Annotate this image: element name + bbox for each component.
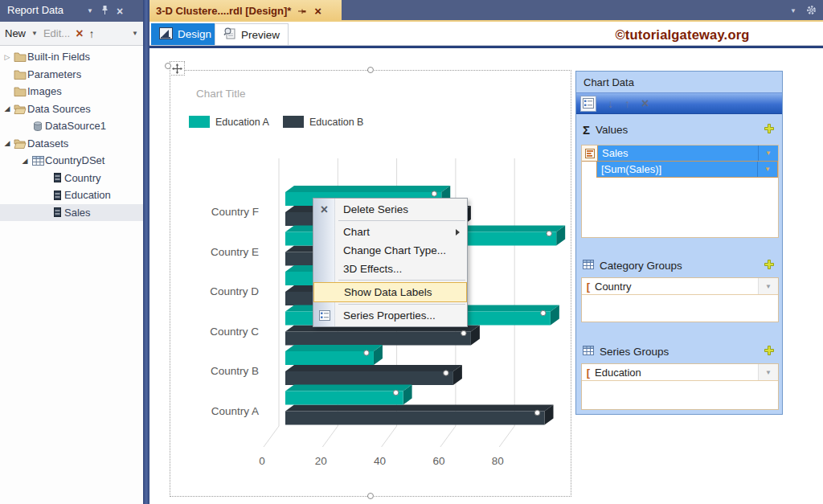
tree-item-label: Datasets <box>27 137 68 150</box>
tab-pin-icon[interactable] <box>297 4 308 18</box>
series-selection-dot <box>534 410 539 415</box>
add-category-group-icon[interactable] <box>764 259 775 272</box>
tree-item-sales[interactable]: Sales <box>0 204 143 222</box>
panel-menu-chevron-icon[interactable]: ▼ <box>87 8 93 14</box>
menu-separator <box>338 280 465 281</box>
bar-education-b-country-c[interactable] <box>285 332 471 346</box>
x-axis-tick-label: 40 <box>374 455 386 467</box>
axis-tick <box>382 426 397 447</box>
move-up-icon[interactable]: ↑ <box>89 27 95 40</box>
chevron-down-icon[interactable]: ▼ <box>758 364 778 380</box>
bar-education-b-country-b-top <box>285 365 462 371</box>
y-axis-category-label: Country A <box>211 405 259 417</box>
value-row-sales[interactable]: Sales ▼ <box>582 145 778 162</box>
menu-item-delete-series[interactable]: × Delete Series <box>313 200 467 219</box>
new-dropdown-chevron-icon[interactable]: ▼ <box>31 30 38 37</box>
expander-expanded-icon[interactable]: ◢ <box>2 104 13 113</box>
chevron-down-icon[interactable]: ▼ <box>757 162 777 177</box>
delete-icon[interactable]: × <box>76 27 83 40</box>
tree-item-datasets[interactable]: ◢ Datasets <box>0 135 143 153</box>
preview-icon <box>223 27 236 42</box>
chevron-down-icon[interactable]: ▼ <box>758 278 778 294</box>
group-bracket-icon: [ <box>582 364 595 380</box>
series-groups-label: Series Groups <box>600 346 669 358</box>
legend-label[interactable]: Education B <box>309 117 363 128</box>
panel-splitter[interactable] <box>143 0 149 504</box>
resize-handle-top-center[interactable] <box>367 67 374 73</box>
axis-tick <box>499 426 514 447</box>
tree-item-data-sources[interactable]: ◢ Data Sources <box>0 100 143 118</box>
legend-swatch[interactable] <box>283 116 304 128</box>
y-axis-category-label: Country E <box>211 246 259 258</box>
pin-icon[interactable] <box>101 4 109 18</box>
report-data-toolbar: New ▼ Edit... × ↑ ▼ <box>0 22 143 46</box>
tree-item-images[interactable]: Images <box>0 83 143 100</box>
tree-item-countrydset[interactable]: ◢ CountryDSet <box>0 152 143 170</box>
chart-title[interactable]: Chart Title <box>196 88 246 100</box>
toolbar-overflow-chevron-icon[interactable]: ▼ <box>132 30 138 37</box>
y-axis-category-label: Country C <box>210 326 259 338</box>
tree-item-datasource1[interactable]: DataSource1 <box>0 117 143 135</box>
tree-item-education[interactable]: Education <box>0 186 143 204</box>
delete-icon: × <box>313 200 335 219</box>
series-selection-dot <box>547 231 551 236</box>
menu-separator <box>338 304 465 305</box>
add-value-icon[interactable] <box>764 123 775 137</box>
submenu-arrow-icon <box>456 229 460 236</box>
menu-item-series-properties[interactable]: Series Properties... <box>313 306 467 325</box>
tree-item-country[interactable]: Country <box>0 170 143 187</box>
tree-item-label: Parameters <box>27 68 81 80</box>
gear-icon[interactable] <box>806 4 817 18</box>
resize-handle-top-left[interactable] <box>165 63 171 69</box>
tree-item-built-in-fields[interactable]: ▷ Built-in Fields <box>0 48 143 66</box>
expander-expanded-icon[interactable]: ◢ <box>19 157 31 165</box>
document-tab[interactable]: 3-D Clustere....rdl [Design]* × <box>149 0 342 22</box>
series-selection-dot <box>461 330 466 335</box>
resize-handle-bottom-center[interactable] <box>367 493 374 499</box>
menu-item-3d-effects[interactable]: 3D Effects... <box>313 260 467 278</box>
series-groups-header: Series Groups <box>576 342 782 361</box>
tree-item-label: Images <box>27 85 62 97</box>
add-series-group-icon[interactable] <box>764 345 775 359</box>
tree-item-label: DataSource1 <box>45 120 106 132</box>
bar-education-a-country-a[interactable] <box>285 391 403 405</box>
bar-education-b-country-a-top <box>285 405 554 412</box>
chart-move-handle[interactable] <box>170 61 185 76</box>
document-tab-title: 3-D Clustere....rdl [Design]* <box>156 5 291 17</box>
series-selection-dot <box>541 310 546 315</box>
x-axis-tick-label: 80 <box>492 455 504 467</box>
bar-education-a-country-b[interactable] <box>285 351 374 365</box>
menu-item-change-chart-type[interactable]: Change Chart Type... <box>313 241 467 260</box>
axis-tick <box>440 426 456 447</box>
preview-tab[interactable]: Preview <box>215 23 289 45</box>
design-tab[interactable]: Design <box>151 23 219 45</box>
window-dropdown-icon[interactable]: ▼ <box>790 8 796 14</box>
series-group-row-education[interactable]: [ Education ▼ <box>582 364 778 381</box>
new-button[interactable]: New <box>5 27 26 39</box>
context-menu: × Delete Series Chart Change Chart Type.… <box>313 198 468 327</box>
bar-education-b-country-b[interactable] <box>285 371 453 385</box>
chart-data-panel-title: Chart Data <box>576 72 782 92</box>
title-bar: Report Data ▼ × ▼ <box>0 0 823 22</box>
close-panel-icon[interactable]: × <box>117 5 123 18</box>
legend-label[interactable]: Education A <box>215 117 269 128</box>
chevron-down-icon[interactable]: ▼ <box>758 145 778 161</box>
expander-expanded-icon[interactable]: ◢ <box>2 139 13 147</box>
category-group-row-country[interactable]: [ Country ▼ <box>582 278 778 295</box>
expander-collapsed-icon[interactable]: ▷ <box>2 53 13 61</box>
properties-icon[interactable] <box>580 96 596 112</box>
series-selection-dot <box>432 191 436 196</box>
app-window: Report Data ▼ × ▼ 3-D Clustere....rdl [D… <box>0 0 823 504</box>
bar-education-b-country-a[interactable] <box>285 412 545 425</box>
tree-item-label: Sales <box>64 207 91 219</box>
series-icon <box>582 145 598 161</box>
legend-swatch[interactable] <box>189 116 210 128</box>
edit-button[interactable]: Edit... <box>43 27 70 39</box>
tab-close-icon[interactable]: × <box>314 5 321 17</box>
tree-item-parameters[interactable]: Parameters <box>0 66 143 84</box>
value-row-sum-sales[interactable]: [Sum(Sales)] ▼ <box>596 162 778 178</box>
menu-item-chart[interactable]: Chart <box>313 223 467 241</box>
menu-item-show-data-labels[interactable]: Show Data Labels <box>313 282 467 302</box>
x-axis-tick-label: 20 <box>315 455 327 467</box>
report-data-panel-title: Report Data <box>7 4 63 16</box>
